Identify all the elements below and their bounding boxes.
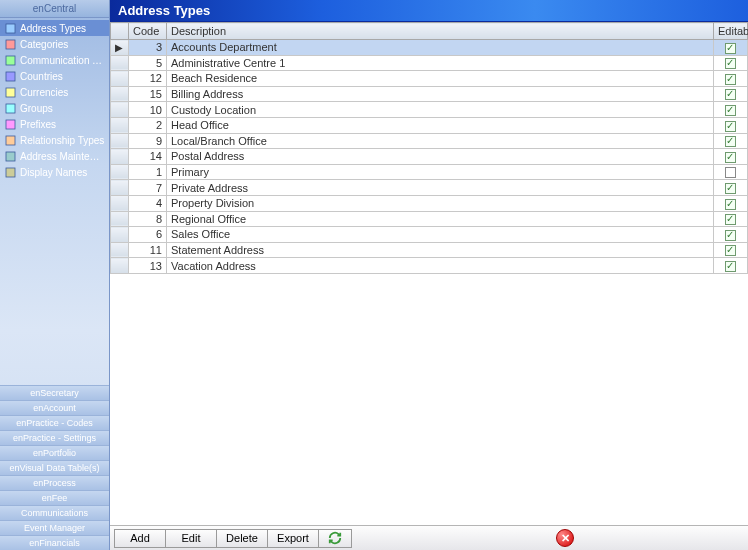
row-handle[interactable]	[111, 149, 129, 165]
sidebar-item[interactable]: Countries	[0, 68, 109, 84]
cell-description: Statement Address	[167, 242, 714, 258]
sidebar-item[interactable]: Relationship Types	[0, 132, 109, 148]
sidebar-section[interactable]: enPortfolio	[0, 445, 109, 460]
table-row[interactable]: 12Beach Residence	[111, 71, 748, 87]
row-handle[interactable]	[111, 86, 129, 102]
row-handle[interactable]	[111, 102, 129, 118]
col-header-description[interactable]: Description	[167, 23, 714, 40]
row-handle[interactable]	[111, 71, 129, 87]
sidebar-section[interactable]: enVisual Data Table(s)	[0, 460, 109, 475]
row-pointer-icon: ▶	[115, 42, 123, 53]
sidebar-section[interactable]: enFinancials	[0, 535, 109, 550]
table-row[interactable]: 14Postal Address	[111, 149, 748, 165]
cell-description: Administrative Centre 1	[167, 55, 714, 71]
sidebar-section[interactable]: Event Manager	[0, 520, 109, 535]
add-button[interactable]: Add	[114, 529, 166, 548]
col-header-editable[interactable]: Editable	[714, 23, 748, 40]
editable-checkbox[interactable]	[725, 152, 736, 163]
table-row[interactable]: 1Primary	[111, 164, 748, 180]
table-row[interactable]: 4Property Division	[111, 195, 748, 211]
nav-icon	[4, 118, 16, 130]
row-handle[interactable]	[111, 258, 129, 274]
editable-checkbox[interactable]	[725, 105, 736, 116]
sidebar-item-label: Countries	[20, 71, 63, 82]
table-row[interactable]: 10Custody Location	[111, 102, 748, 118]
editable-checkbox[interactable]	[725, 199, 736, 210]
grid-area[interactable]: Code Description Editable ▶3Accounts Dep…	[110, 22, 748, 525]
editable-checkbox[interactable]	[725, 58, 736, 69]
row-handle[interactable]	[111, 117, 129, 133]
editable-checkbox[interactable]	[725, 136, 736, 147]
close-icon: ✕	[561, 533, 570, 544]
sidebar-header: enCentral	[0, 0, 109, 18]
main: Address Types Code Description Editable …	[110, 0, 748, 550]
refresh-button[interactable]	[318, 529, 352, 548]
sidebar-item[interactable]: Categories	[0, 36, 109, 52]
editable-checkbox[interactable]	[725, 43, 736, 54]
sidebar-item[interactable]: Groups	[0, 100, 109, 116]
sidebar-item[interactable]: Display Names	[0, 164, 109, 180]
sidebar-item-label: Categories	[20, 39, 68, 50]
table-row[interactable]: 11Statement Address	[111, 242, 748, 258]
table-row[interactable]: 6Sales Office	[111, 227, 748, 243]
cell-code: 4	[129, 195, 167, 211]
nav-icon	[4, 150, 16, 162]
cell-description: Head Office	[167, 117, 714, 133]
table-row[interactable]: 8Regional Office	[111, 211, 748, 227]
close-button[interactable]: ✕	[556, 529, 574, 547]
sidebar-item[interactable]: Prefixes	[0, 116, 109, 132]
sidebar-section[interactable]: enProcess	[0, 475, 109, 490]
export-button[interactable]: Export	[267, 529, 319, 548]
row-handle[interactable]	[111, 242, 129, 258]
sidebar-section[interactable]: enFee	[0, 490, 109, 505]
cell-editable	[714, 149, 748, 165]
row-handle[interactable]	[111, 133, 129, 149]
edit-button[interactable]: Edit	[165, 529, 217, 548]
table-row[interactable]: 7Private Address	[111, 180, 748, 196]
editable-checkbox[interactable]	[725, 261, 736, 272]
table-row[interactable]: 5Administrative Centre 1	[111, 55, 748, 71]
editable-checkbox[interactable]	[725, 74, 736, 85]
table-row[interactable]: ▶3Accounts Department	[111, 40, 748, 56]
cell-description: Custody Location	[167, 102, 714, 118]
svg-rect-4	[6, 88, 15, 97]
editable-checkbox[interactable]	[725, 167, 736, 178]
table-row[interactable]: 13Vacation Address	[111, 258, 748, 274]
row-handle[interactable]	[111, 227, 129, 243]
row-handle[interactable]	[111, 211, 129, 227]
row-handle[interactable]	[111, 195, 129, 211]
delete-button[interactable]: Delete	[216, 529, 268, 548]
editable-checkbox[interactable]	[725, 230, 736, 241]
svg-rect-0	[6, 24, 15, 33]
row-handle[interactable]	[111, 180, 129, 196]
sidebar-section[interactable]: enAccount	[0, 400, 109, 415]
table-row[interactable]: 2Head Office	[111, 117, 748, 133]
table-row[interactable]: 15Billing Address	[111, 86, 748, 102]
sidebar-section[interactable]: enSecretary	[0, 385, 109, 400]
sidebar-item[interactable]: Currencies	[0, 84, 109, 100]
col-header-code[interactable]: Code	[129, 23, 167, 40]
sidebar-item-label: Currencies	[20, 87, 68, 98]
sidebar-section[interactable]: enPractice - Settings	[0, 430, 109, 445]
col-header-handle[interactable]	[111, 23, 129, 40]
cell-code: 6	[129, 227, 167, 243]
editable-checkbox[interactable]	[725, 214, 736, 225]
sidebar-section[interactable]: enPractice - Codes	[0, 415, 109, 430]
cell-editable	[714, 71, 748, 87]
sidebar-item[interactable]: Address Types	[0, 20, 109, 36]
table-row[interactable]: 9Local/Branch Office	[111, 133, 748, 149]
sidebar-item[interactable]: Address Maintenance	[0, 148, 109, 164]
nav-icon	[4, 102, 16, 114]
editable-checkbox[interactable]	[725, 245, 736, 256]
sidebar-item[interactable]: Communication Types	[0, 52, 109, 68]
cell-editable	[714, 164, 748, 180]
row-handle[interactable]	[111, 55, 129, 71]
cell-description: Beach Residence	[167, 71, 714, 87]
cell-description: Postal Address	[167, 149, 714, 165]
row-handle[interactable]: ▶	[111, 40, 129, 56]
editable-checkbox[interactable]	[725, 183, 736, 194]
row-handle[interactable]	[111, 164, 129, 180]
sidebar-section[interactable]: Communications	[0, 505, 109, 520]
editable-checkbox[interactable]	[725, 121, 736, 132]
editable-checkbox[interactable]	[725, 89, 736, 100]
